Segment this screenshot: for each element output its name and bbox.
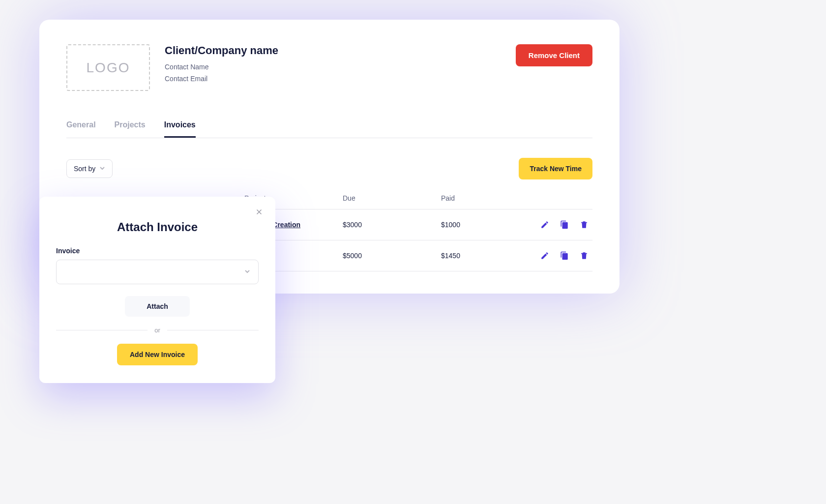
tab-invoices[interactable]: Invoices <box>164 120 196 138</box>
invoice-label: Invoice <box>56 247 259 255</box>
attach-button[interactable]: Attach <box>125 296 190 317</box>
chevron-down-icon <box>244 267 250 276</box>
paid-cell: $1000 <box>441 221 520 229</box>
invoice-select[interactable] <box>56 260 259 284</box>
sort-by-dropdown[interactable]: Sort by <box>66 159 113 178</box>
or-text: or <box>154 326 160 334</box>
trash-icon[interactable] <box>580 220 589 229</box>
modal-title: Attach Invoice <box>56 220 259 234</box>
copy-icon[interactable] <box>560 251 569 260</box>
divider <box>56 330 148 330</box>
track-new-time-button[interactable]: Track New Time <box>519 158 592 179</box>
client-name: Client/Company name <box>165 44 516 57</box>
contact-name: Contact Name <box>165 63 516 71</box>
edit-icon[interactable] <box>540 220 549 229</box>
logo-placeholder[interactable]: LOGO <box>66 44 150 91</box>
tab-general[interactable]: General <box>66 120 96 138</box>
attach-invoice-modal: Attach Invoice Invoice Attach or Add New… <box>39 197 275 383</box>
sort-by-label: Sort by <box>74 165 95 173</box>
chevron-down-icon <box>99 165 105 173</box>
tab-projects[interactable]: Projects <box>115 120 146 138</box>
trash-icon[interactable] <box>580 251 589 260</box>
copy-icon[interactable] <box>560 220 569 229</box>
tabs: General Projects Invoices <box>66 120 592 138</box>
edit-icon[interactable] <box>540 251 549 260</box>
remove-client-button[interactable]: Remove Client <box>516 44 592 66</box>
divider <box>167 330 259 330</box>
paid-cell: $1450 <box>441 252 520 260</box>
col-paid: Paid <box>441 194 520 202</box>
add-new-invoice-button[interactable]: Add New Invoice <box>117 344 198 365</box>
contact-email: Contact Email <box>165 75 516 83</box>
due-cell: $5000 <box>343 252 441 260</box>
col-due: Due <box>343 194 441 202</box>
due-cell: $3000 <box>343 221 441 229</box>
close-icon[interactable] <box>255 208 264 219</box>
